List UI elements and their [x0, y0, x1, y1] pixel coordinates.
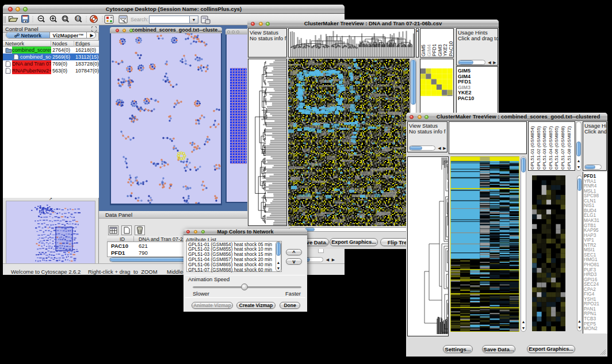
- svg-text:YKE2: YKE2: [442, 44, 448, 56]
- svg-text:PAC10: PAC10: [448, 41, 454, 56]
- svg-text:GIM4: GIM4: [426, 44, 432, 56]
- svg-text:GPL51-08 (GSM872): GPL51-08 (GSM872): [567, 126, 572, 170]
- svg-text:GIM5: GIM5: [420, 44, 426, 56]
- svg-text:GPL51-03 (GSM856): GPL51-03 (GSM856): [542, 126, 547, 170]
- svg-text:PFD1: PFD1: [431, 44, 437, 56]
- svg-text:GPL51-02 (GSM855): GPL51-02 (GSM855): [536, 126, 541, 170]
- svg-text:GPL51-07 (GSM868): GPL51-07 (GSM868): [560, 126, 565, 170]
- svg-text:GIM3: GIM3: [437, 44, 443, 56]
- svg-text:Search:: Search:: [131, 17, 148, 22]
- svg-text:GPL51-01 (GSM854): GPL51-01 (GSM854): [530, 126, 535, 170]
- svg-text:GPL51-04 (GSM857): GPL51-04 (GSM857): [548, 126, 553, 170]
- svg-text:GPL51-06 (GSM865): GPL51-06 (GSM865): [554, 126, 559, 170]
- svg-text:1:1: 1:1: [76, 17, 80, 20]
- svg-text:MON2: MON2: [584, 326, 598, 331]
